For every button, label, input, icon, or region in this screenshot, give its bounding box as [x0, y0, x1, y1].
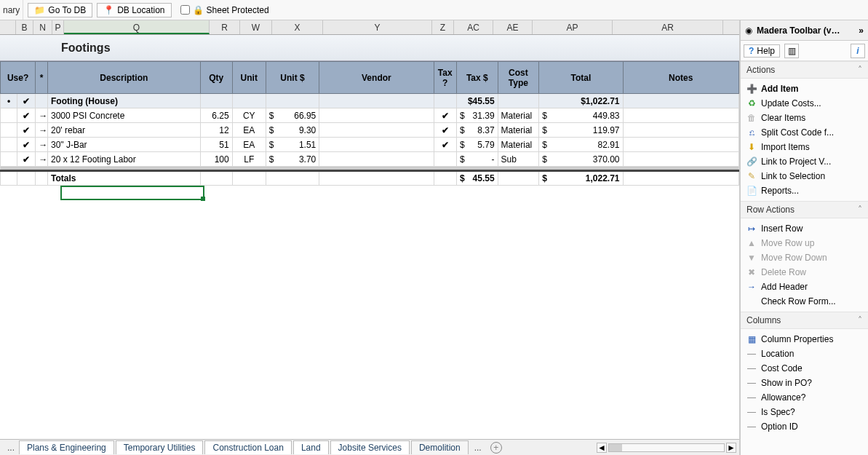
desc-cell[interactable]: 20' rebar — [47, 123, 200, 138]
col-tax[interactable]: Tax $ — [456, 62, 498, 94]
total-cell[interactable]: $119.97 — [539, 123, 623, 138]
blank[interactable] — [1, 138, 17, 152]
taxq-cell[interactable]: ✔ — [434, 108, 456, 123]
table-row[interactable]: ✔→30" J-Bar51EA$1.51✔$5.79Material$82.91 — [1, 138, 739, 152]
cell[interactable] — [232, 171, 266, 186]
tax-cell[interactable]: $8.37 — [456, 123, 498, 138]
panel-expand-icon[interactable]: » — [859, 25, 864, 36]
help-button[interactable]: ? Help — [744, 44, 780, 58]
cell[interactable] — [1, 171, 17, 186]
use-check[interactable]: ✔ — [17, 152, 36, 167]
costtype-cell[interactable]: Material — [498, 108, 539, 123]
panel-info-button[interactable]: i — [851, 44, 865, 58]
group-total[interactable]: $1,022.71 — [539, 94, 623, 108]
group-bullet[interactable]: • — [1, 94, 17, 108]
column-letter[interactable]: Y — [323, 20, 432, 34]
cell[interactable] — [498, 94, 539, 108]
section-rowactions-header[interactable]: Row Actions ˄ — [741, 201, 868, 218]
group-name[interactable]: Footing (House) — [47, 94, 200, 108]
tabs-overflow-left[interactable]: ... — [3, 443, 19, 453]
cell[interactable] — [266, 171, 319, 186]
sheet-protected-checkbox[interactable] — [180, 5, 190, 15]
totals-label[interactable]: Totals — [47, 171, 200, 186]
panel-layout-button[interactable]: ▥ — [784, 44, 799, 58]
blank[interactable] — [1, 108, 17, 123]
blank[interactable] — [1, 152, 17, 167]
cell[interactable] — [319, 94, 434, 108]
action-item[interactable]: ▦Column Properties — [741, 332, 868, 347]
section-columns-header[interactable]: Columns ˄ — [741, 312, 868, 329]
notes-cell[interactable] — [623, 152, 738, 167]
col-description[interactable]: Description — [47, 62, 200, 94]
sheet-tab[interactable]: Temporary Utilities — [116, 440, 204, 454]
sheet-tab[interactable]: Construction Loan — [204, 440, 291, 454]
desc-cell[interactable]: 3000 PSI Concrete — [47, 108, 200, 123]
action-item[interactable]: 🔗Link to Project V... — [741, 154, 868, 169]
notes-cell[interactable] — [623, 138, 738, 152]
group-row[interactable]: •✔Footing (House)$45.55$1,022.71 — [1, 94, 739, 108]
costtype-cell[interactable]: Material — [498, 138, 539, 152]
add-sheet-button[interactable]: + — [490, 442, 502, 454]
column-letter[interactable] — [0, 20, 16, 34]
total-cell[interactable]: $82.91 — [539, 138, 623, 152]
cell[interactable] — [319, 171, 434, 186]
column-letter[interactable]: R — [210, 20, 240, 34]
cell[interactable] — [200, 94, 232, 108]
action-item[interactable]: ♻Update Costs... — [741, 96, 868, 111]
column-letter[interactable]: P — [52, 20, 64, 34]
unitprice-cell[interactable]: $9.30 — [266, 123, 319, 138]
action-item[interactable]: —Show in PO? — [741, 376, 868, 390]
column-letter[interactable]: X — [272, 20, 323, 34]
action-item[interactable]: ↦Insert Row — [741, 221, 868, 236]
action-item[interactable]: 🗑Clear Items — [741, 111, 868, 125]
blank[interactable] — [1, 123, 17, 138]
column-letter[interactable]: N — [33, 20, 52, 34]
col-unit[interactable]: Unit — [232, 62, 266, 94]
taxq-cell[interactable]: ✔ — [434, 123, 456, 138]
total-cell[interactable]: $370.00 — [539, 152, 623, 167]
star-cell[interactable] — [36, 94, 48, 108]
action-item[interactable]: —Allowance? — [741, 390, 868, 405]
cell[interactable] — [266, 94, 319, 108]
action-item[interactable]: →Add Header — [741, 280, 868, 294]
action-item[interactable]: 📄Reports... — [741, 183, 868, 198]
scroll-left-button[interactable]: ◄ — [597, 443, 607, 453]
col-vendor[interactable]: Vendor — [319, 62, 434, 94]
col-cost-type[interactable]: Cost Type — [498, 62, 539, 94]
sheet-tab[interactable]: Land — [293, 440, 329, 454]
column-letter[interactable]: AR — [613, 20, 723, 34]
total-cell[interactable]: $449.83 — [539, 108, 623, 123]
action-item[interactable]: —Option ID — [741, 419, 868, 434]
taxq-cell[interactable] — [434, 152, 456, 167]
col-star[interactable]: * — [36, 62, 48, 94]
cell[interactable] — [498, 171, 539, 186]
column-letter[interactable]: Q — [64, 20, 210, 34]
selection-row[interactable] — [1, 186, 739, 202]
cell[interactable] — [434, 171, 456, 186]
tax-cell[interactable]: $31.39 — [456, 108, 498, 123]
tax-cell[interactable]: $5.79 — [456, 138, 498, 152]
cell[interactable] — [17, 171, 36, 186]
unit-cell[interactable]: LF — [232, 152, 266, 167]
column-letter[interactable]: AP — [533, 20, 613, 34]
action-item[interactable]: ⬇Import Items — [741, 140, 868, 154]
table-row[interactable]: ✔→3000 PSI Concrete6.25CY$66.95✔$31.39Ma… — [1, 108, 739, 123]
column-letter[interactable]: AC — [454, 20, 493, 34]
sheet-body[interactable]: Use? * Description Qty Unit Unit $ Vendo… — [0, 61, 739, 439]
cell[interactable] — [36, 171, 48, 186]
costtype-cell[interactable]: Sub — [498, 152, 539, 167]
unitprice-cell[interactable]: $1.51 — [266, 138, 319, 152]
unit-cell[interactable]: CY — [232, 108, 266, 123]
qty-cell[interactable]: 51 — [200, 138, 232, 152]
taxq-cell[interactable]: ✔ — [434, 138, 456, 152]
action-item[interactable]: —Is Spec? — [741, 405, 868, 419]
goto-db-button[interactable]: 📁 Go To DB — [28, 3, 92, 17]
vendor-cell[interactable] — [319, 108, 434, 123]
row-arrow-icon[interactable]: → — [36, 138, 48, 152]
cell[interactable] — [623, 171, 738, 186]
col-taxq[interactable]: Tax ? — [434, 62, 456, 94]
col-total[interactable]: Total — [539, 62, 623, 94]
unit-cell[interactable]: EA — [232, 138, 266, 152]
col-unit-price[interactable]: Unit $ — [266, 62, 319, 94]
column-letter[interactable]: Z — [432, 20, 454, 34]
